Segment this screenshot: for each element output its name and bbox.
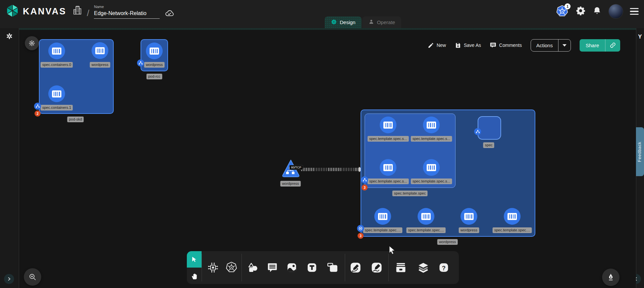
mode-tabs: Design Operate [325,16,401,28]
tool-components[interactable] [207,261,219,274]
tool-tab[interactable] [327,262,339,273]
group-label-pod-skd: pod-skd [67,117,84,122]
new-button[interactable]: New [428,42,446,49]
design-spiral-icon [331,19,337,26]
svg-text:?: ? [442,265,445,272]
brand-title: KANVAS [23,6,66,17]
hamburger-menu-icon[interactable] [630,8,639,15]
copy-link-icon[interactable] [605,42,620,48]
comment-icon [490,42,496,49]
kubernetes-context-button[interactable]: 1 [555,5,569,18]
node-spec-containers-1[interactable] [48,85,65,102]
node-label: spec.template.spec.... [363,227,402,233]
collapsed-count-badge[interactable]: 2 [35,111,41,117]
container-icon [52,90,61,97]
group-label-deployment-wordpress: wordpress [437,239,458,245]
magnifier-plus-icon [28,273,37,281]
node-wordpress-container[interactable] [92,42,108,59]
tool-select-cursor[interactable] [187,251,202,268]
node-template-container-1[interactable] [423,117,440,133]
zoom-button[interactable] [24,268,41,286]
header-right-icons: 1 [555,3,639,19]
tab-operate-label: Operate [377,19,395,25]
header: KANVAS / Name [0,0,644,28]
settings-gear-icon[interactable] [576,6,586,17]
pen-nib-button[interactable] [602,269,620,286]
tool-help[interactable]: ? [438,262,449,273]
actions-dropdown-button[interactable]: Actions [531,39,571,52]
node-template-container-0[interactable] [380,117,396,133]
chevron-down-icon[interactable] [558,44,571,47]
group-label-spec-template-spec: spec.template.spec [392,191,428,196]
node-bottom-container-3[interactable] [504,208,521,225]
design-name-input[interactable] [94,10,160,19]
snowflake-button[interactable] [25,36,39,50]
tool-layers[interactable] [417,262,429,274]
node-bottom-container-0[interactable] [374,208,391,225]
tool-pencil-draw[interactable] [371,262,383,274]
group-spec-template-spec[interactable] [365,114,455,188]
pod-badge-icon[interactable] [34,103,41,110]
meshery-spiral-icon[interactable] [6,32,13,41]
node-label: wordpress [459,227,479,233]
canvas-toolbar: ? [187,251,459,284]
tool-comment[interactable] [267,262,278,273]
breadcrumb-separator: / [87,8,89,18]
deployment-badge-icon[interactable] [357,225,364,232]
feedback-tab[interactable]: Feedback [635,127,644,176]
tool-shapes[interactable] [247,262,259,274]
share-button[interactable]: Share [580,39,620,52]
container-icon [507,213,517,220]
collapsed-count-badge[interactable]: 3 [362,185,368,191]
tool-pen[interactable] [350,262,362,274]
tab-operate[interactable]: Operate [362,16,401,28]
save-as-button[interactable]: Save As [455,42,481,49]
container-icon [150,48,159,55]
yaml-panel-toggle[interactable]: Y [637,33,643,40]
edge-service-to-deployment[interactable] [301,168,359,171]
node-label: wordpress [144,62,165,68]
expand-left-panel-button[interactable] [4,274,14,284]
tool-pan-hand[interactable] [187,268,202,284]
operate-person-icon [368,19,374,26]
tool-drawer[interactable] [395,262,407,274]
kubernetes-count-badge: 1 [565,3,571,9]
hand-icon [190,272,198,280]
pod-badge-icon[interactable] [137,60,144,67]
node-label: spec.template.spec.s... [411,136,452,142]
node-template-container-2[interactable] [380,159,396,176]
node-label: spec.containers.0 [41,62,73,68]
node-spec[interactable] [478,116,501,140]
node-template-container-3[interactable] [423,159,440,176]
design-canvas[interactable]: New Save As Comments Actions Share [19,28,636,288]
node-label: spec.template.spec.s... [368,178,409,184]
container-icon [421,213,431,220]
container-icon [52,48,61,55]
tab-design[interactable]: Design [325,16,362,28]
user-avatar[interactable] [608,4,623,19]
notifications-bell-icon[interactable] [592,6,602,17]
tool-kubernetes[interactable] [225,261,238,274]
node-label: spec.containers.1 [41,105,73,111]
canvas-top-strip [19,28,636,30]
edge-port-label: 80/TCP [289,165,303,170]
node-spec-containers-0[interactable] [48,43,65,59]
pod-badge-icon[interactable] [474,128,481,135]
left-rail [0,28,19,288]
pod-badge-icon[interactable] [361,176,368,184]
tool-image[interactable] [286,262,298,273]
container-icon [378,213,387,220]
node-bottom-container-2[interactable] [461,208,477,225]
kanvas-logo-icon[interactable] [5,3,19,19]
pencil-icon [428,42,434,49]
pen-nib-icon [606,273,615,282]
floppy-icon [455,42,461,49]
comments-button[interactable]: Comments [490,42,522,49]
node-bottom-container-1[interactable] [418,208,434,225]
collapsed-count-badge[interactable]: 3 [358,233,364,239]
node-wordpress-container[interactable] [146,43,163,59]
tool-text[interactable] [306,262,318,273]
container-icon [95,47,105,54]
spec-node-label: spec [483,142,494,148]
workspace-building-icon[interactable] [72,5,82,17]
